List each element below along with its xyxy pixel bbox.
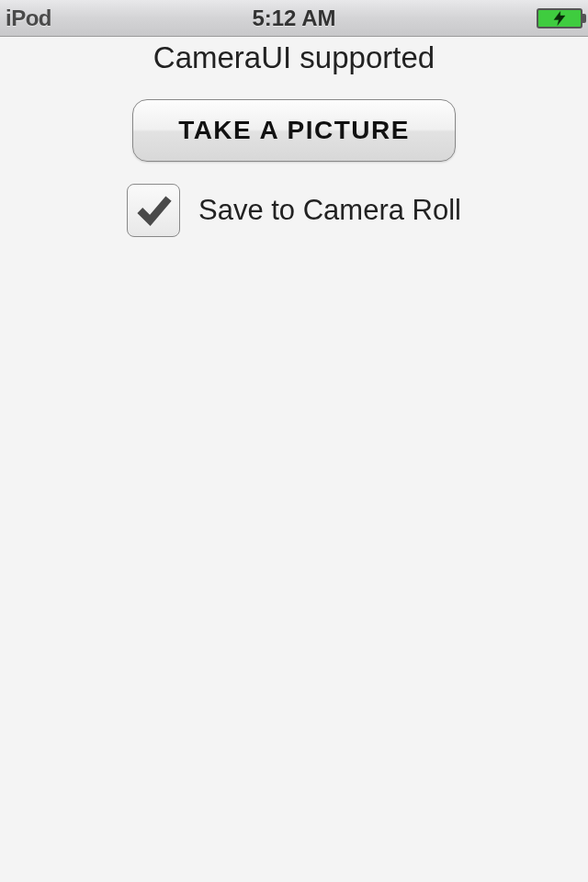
page-title: CameraUI supported (153, 40, 435, 75)
save-to-camera-roll-checkbox[interactable] (127, 184, 180, 237)
device-label: iPod (6, 6, 51, 31)
status-time: 5:12 AM (252, 6, 335, 31)
status-right (537, 8, 582, 28)
checkmark-icon (133, 190, 174, 231)
battery-charging-icon (537, 8, 582, 28)
status-bar: iPod 5:12 AM (0, 0, 588, 37)
main-content: CameraUI supported TAKE A PICTURE Save t… (0, 37, 588, 237)
lightning-icon (551, 10, 568, 27)
save-checkbox-row: Save to Camera Roll (127, 184, 461, 237)
take-picture-button[interactable]: TAKE A PICTURE (132, 99, 456, 162)
save-checkbox-label: Save to Camera Roll (198, 194, 461, 227)
